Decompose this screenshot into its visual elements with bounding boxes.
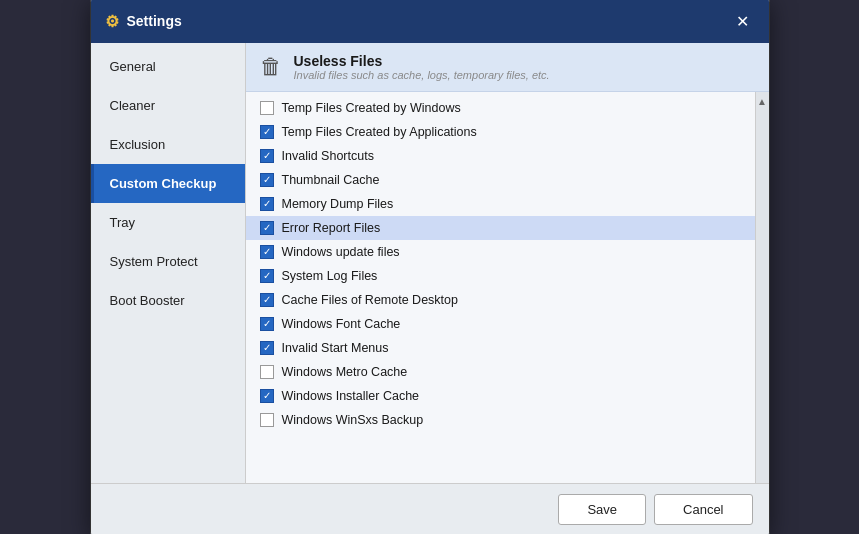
list-item-label: Windows Metro Cache (282, 365, 408, 379)
list-item[interactable]: Windows Installer Cache (246, 384, 755, 408)
sidebar-item-boot-booster[interactable]: Boot Booster (91, 281, 245, 320)
close-button[interactable]: ✕ (731, 9, 755, 33)
sidebar-item-cleaner[interactable]: Cleaner (91, 86, 245, 125)
dialog-footer: Save Cancel (91, 483, 769, 534)
list-item-label: Temp Files Created by Applications (282, 125, 477, 139)
scrollbar-area: Temp Files Created by WindowsTemp Files … (246, 92, 769, 483)
checkbox[interactable] (260, 173, 274, 187)
list-item-label: Windows Font Cache (282, 317, 401, 331)
list-item-label: Temp Files Created by Windows (282, 101, 461, 115)
list-item-label: Memory Dump Files (282, 197, 394, 211)
list-item[interactable]: Error Report Files (246, 216, 755, 240)
checkbox[interactable] (260, 125, 274, 139)
section-header-text: Useless Files Invalid files such as cach… (294, 53, 550, 81)
list-item[interactable]: Temp Files Created by Windows (246, 96, 755, 120)
checkbox[interactable] (260, 317, 274, 331)
list-item-label: Invalid Start Menus (282, 341, 389, 355)
save-button[interactable]: Save (558, 494, 646, 525)
wrench-icon: ⚙ (105, 12, 119, 31)
list-item-label: System Log Files (282, 269, 378, 283)
list-item-label: Thumbnail Cache (282, 173, 380, 187)
checkbox[interactable] (260, 341, 274, 355)
list-item-label: Invalid Shortcuts (282, 149, 374, 163)
checkbox[interactable] (260, 197, 274, 211)
section-description: Invalid files such as cache, logs, tempo… (294, 69, 550, 81)
title-bar-left: ⚙ Settings (105, 12, 182, 31)
checkbox[interactable] (260, 221, 274, 235)
sidebar-item-system-protect[interactable]: System Protect (91, 242, 245, 281)
list-item[interactable]: Invalid Shortcuts (246, 144, 755, 168)
settings-dialog: ⚙ Settings ✕ GeneralCleanerExclusionCust… (90, 0, 770, 534)
trash-icon: 🗑 (260, 54, 282, 80)
list-item[interactable]: Cache Files of Remote Desktop (246, 288, 755, 312)
list-item[interactable]: Invalid Start Menus (246, 336, 755, 360)
sidebar-item-tray[interactable]: Tray (91, 203, 245, 242)
checkbox[interactable] (260, 365, 274, 379)
main-content: 🗑 Useless Files Invalid files such as ca… (246, 43, 769, 483)
scrollbar-track: ▲ (755, 92, 769, 483)
section-title: Useless Files (294, 53, 550, 69)
list-item[interactable]: Windows WinSxs Backup (246, 408, 755, 432)
sidebar-item-general[interactable]: General (91, 47, 245, 86)
checkbox[interactable] (260, 101, 274, 115)
checkbox[interactable] (260, 413, 274, 427)
checkbox[interactable] (260, 245, 274, 259)
checkbox[interactable] (260, 389, 274, 403)
list-item-label: Error Report Files (282, 221, 381, 235)
list-item-label: Windows WinSxs Backup (282, 413, 424, 427)
checkbox[interactable] (260, 293, 274, 307)
title-bar: ⚙ Settings ✕ (91, 0, 769, 43)
sidebar-item-custom-checkup[interactable]: Custom Checkup (91, 164, 245, 203)
checkbox[interactable] (260, 269, 274, 283)
list-item-label: Cache Files of Remote Desktop (282, 293, 458, 307)
section-header: 🗑 Useless Files Invalid files such as ca… (246, 43, 769, 92)
list-item[interactable]: System Log Files (246, 264, 755, 288)
list-item[interactable]: Windows update files (246, 240, 755, 264)
list-item[interactable]: Windows Metro Cache (246, 360, 755, 384)
sidebar: GeneralCleanerExclusionCustom CheckupTra… (91, 43, 246, 483)
scroll-up-icon[interactable]: ▲ (755, 94, 768, 109)
items-list: Temp Files Created by WindowsTemp Files … (246, 92, 755, 483)
cancel-button[interactable]: Cancel (654, 494, 752, 525)
list-item-label: Windows update files (282, 245, 400, 259)
list-item[interactable]: Thumbnail Cache (246, 168, 755, 192)
checkbox[interactable] (260, 149, 274, 163)
list-item-label: Windows Installer Cache (282, 389, 420, 403)
list-item[interactable]: Windows Font Cache (246, 312, 755, 336)
window-title: Settings (127, 13, 182, 29)
dialog-body: GeneralCleanerExclusionCustom CheckupTra… (91, 43, 769, 483)
list-item[interactable]: Memory Dump Files (246, 192, 755, 216)
list-item[interactable]: Temp Files Created by Applications (246, 120, 755, 144)
sidebar-item-exclusion[interactable]: Exclusion (91, 125, 245, 164)
